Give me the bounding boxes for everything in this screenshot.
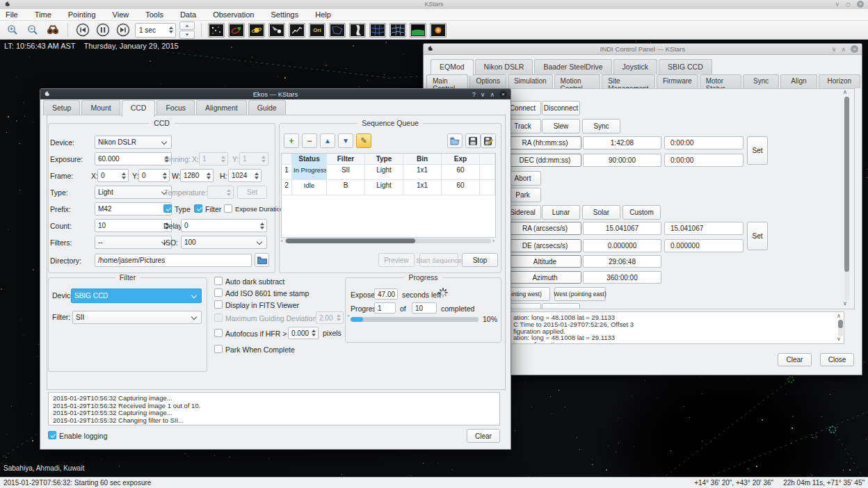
spinner-arrows-icon[interactable] [207, 172, 211, 179]
column-exp[interactable]: Exp [442, 154, 480, 165]
scroll-left-icon[interactable]: ‹ [281, 238, 283, 244]
disconnect-button[interactable]: Disconnect [542, 101, 580, 115]
hfr-spinbox[interactable]: 0.000 [288, 327, 319, 339]
tab-setup[interactable]: Setup [43, 100, 80, 115]
stop-button[interactable]: Stop [462, 253, 498, 267]
toggle-constellation-boundaries-button[interactable] [329, 23, 346, 38]
ra-rate-target-input[interactable]: 15.041067 [664, 222, 744, 235]
tab-motor-status[interactable]: Motor Status [700, 74, 741, 88]
status-cell[interactable]: In Progress [292, 165, 327, 180]
exposure-spinbox[interactable]: 60.000 [95, 152, 172, 165]
count-spinbox[interactable]: 10 [95, 219, 172, 232]
move-job-down-button[interactable]: ▼ [338, 133, 353, 148]
iso8601-checkbox[interactable] [214, 288, 223, 297]
lunar-button[interactable]: Lunar [542, 205, 580, 220]
tab-options[interactable]: Options [469, 74, 506, 88]
slew-button[interactable]: Slew [542, 119, 580, 133]
scroll-up-icon[interactable]: ∧ [843, 90, 847, 95]
clipped-button[interactable] [542, 303, 580, 309]
maximize-icon[interactable]: ◇ [846, 0, 851, 9]
ccd-device-combo[interactable]: Nikon DSLR [95, 136, 172, 149]
time-step-down-button[interactable] [179, 31, 195, 39]
spinner-arrows-icon[interactable] [169, 26, 173, 33]
tab-horizon[interactable]: Horizon [819, 74, 860, 88]
spinner-arrows-icon[interactable] [122, 172, 126, 179]
filter-device-combo[interactable]: SBIG CCD [71, 288, 202, 303]
time-step-up-button[interactable] [179, 22, 195, 30]
indi-titlebar[interactable]: INDI Control Panel — KStars ∨ ∧ × [424, 44, 862, 55]
device-tab-nikon-dslr[interactable]: Nikon DSLR [475, 59, 533, 74]
enable-logging-checkbox[interactable] [48, 431, 56, 439]
fits-viewer-checkbox[interactable] [214, 300, 223, 309]
column-filter[interactable]: Filter [327, 154, 365, 165]
indi-log-scrollbar[interactable] [838, 320, 843, 336]
save-sequence-as-button[interactable] [481, 133, 496, 148]
sequence-h-scrollbar[interactable]: ‹ › [281, 238, 495, 244]
tab-align[interactable]: Align [780, 74, 817, 88]
toggle-supernovae-button[interactable] [430, 23, 447, 38]
zoom-out-button[interactable] [24, 22, 41, 38]
de-rate-target-input[interactable]: 0.000000 [664, 239, 744, 252]
remove-job-button[interactable]: − [302, 133, 317, 148]
time-step-spinbox[interactable]: 1 sec [135, 23, 176, 38]
time-step-forward-button[interactable] [115, 22, 131, 38]
browse-directory-button[interactable] [255, 253, 269, 267]
help-icon[interactable]: ? [472, 91, 476, 98]
sequence-row-1[interactable]: 1 In Progress SII Light 1x1 60 [282, 165, 495, 180]
indi-clear-button[interactable]: Clear [778, 353, 812, 366]
tab-guide[interactable]: Guide [248, 100, 286, 115]
frame-h-spinbox[interactable]: 1024 [228, 169, 262, 182]
menu-settings[interactable]: Settings [271, 10, 305, 19]
ra-target-input[interactable]: 0:00:00 [664, 136, 744, 149]
radec-set-button[interactable]: Set [747, 136, 768, 165]
log-scroll-up-icon[interactable]: ∧ [837, 314, 841, 319]
log-scroll-down-icon[interactable]: ∨ [837, 336, 841, 342]
tab-mount[interactable]: Mount [81, 100, 120, 115]
auto-dark-checkbox[interactable] [214, 277, 223, 285]
tab-focus[interactable]: Focus [156, 100, 195, 115]
restore-icon[interactable]: ∧ [490, 91, 495, 98]
spinner-arrows-icon[interactable] [163, 172, 167, 179]
indi-close-button[interactable]: Close [820, 353, 854, 366]
menu-help[interactable]: Help [315, 10, 338, 19]
pier-west-button[interactable]: West (pointing east) [554, 287, 606, 301]
menu-pointing[interactable]: Pointing [68, 10, 103, 19]
type-combo[interactable]: Light [95, 186, 172, 199]
toggle-ground-button[interactable] [410, 23, 426, 38]
menu-file[interactable]: File [6, 10, 25, 19]
tab-alignment[interactable]: Alignment [196, 100, 247, 115]
status-cell[interactable]: Idle [292, 180, 327, 195]
tab-motion-control[interactable]: Motion Control [554, 74, 601, 88]
spinner-arrows-icon[interactable] [255, 172, 259, 179]
toggle-stars-button[interactable] [208, 23, 225, 38]
device-tab-eqmod[interactable]: EQMod [431, 59, 474, 76]
indi-vertical-scrollbar[interactable] [844, 97, 849, 301]
spinner-arrows-icon[interactable] [260, 222, 264, 229]
edit-job-button[interactable]: ✎ [356, 133, 371, 148]
menu-data[interactable]: Data [180, 10, 203, 19]
stop-clock-button[interactable] [95, 22, 111, 38]
close-icon[interactable]: × [851, 45, 858, 53]
ekos-titlebar[interactable]: Ekos — KStars ? ∨ ∧ × [40, 89, 511, 99]
shade-icon[interactable]: ∨ [835, 0, 839, 9]
frame-x-spinbox[interactable]: 0 [97, 169, 129, 182]
tab-firmware[interactable]: Firmware [657, 74, 698, 88]
close-icon[interactable]: × [857, 1, 864, 8]
save-sequence-button[interactable] [465, 133, 481, 148]
toggle-solar-system-button[interactable] [248, 23, 265, 38]
filter-filter-combo[interactable]: SII [72, 311, 202, 324]
delay-spinbox[interactable]: 0 [181, 219, 267, 232]
column-type[interactable]: Type [365, 154, 403, 165]
park-checkbox[interactable] [214, 345, 223, 353]
toggle-constellation-lines-button[interactable] [289, 23, 305, 38]
tab-site-management[interactable]: Site Management [602, 74, 655, 88]
filters-combo[interactable]: -- [95, 236, 172, 249]
frame-y-spinbox[interactable]: 0 [138, 169, 170, 182]
ekos-clear-button[interactable]: Clear [467, 429, 500, 443]
scroll-right-icon[interactable]: › [492, 238, 495, 244]
sequence-table[interactable]: Status Filter Type Bin Exp 1 In Progress… [281, 153, 496, 238]
tab-ccd[interactable]: CCD [122, 100, 156, 117]
expose-duration-checkbox[interactable] [224, 204, 232, 213]
toggle-constellation-names-button[interactable]: Ori [309, 23, 326, 38]
custom-button[interactable]: Custom [622, 205, 661, 220]
